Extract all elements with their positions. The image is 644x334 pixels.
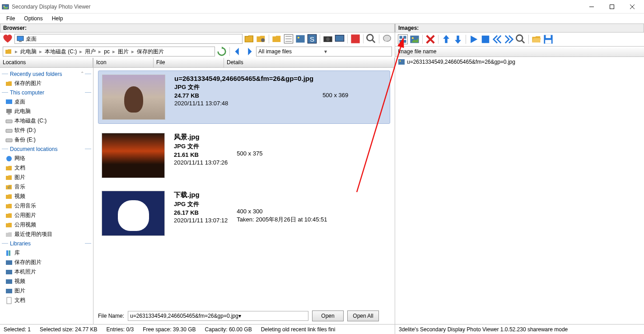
tree-item[interactable]: 公用图片 <box>0 211 93 220</box>
next-icon[interactable] <box>504 34 514 44</box>
filename-combo[interactable]: u=2631334549,246605465&fm=26&gp=0.jpg ▾ <box>128 311 308 321</box>
play-icon[interactable] <box>469 34 479 44</box>
color-picker-icon[interactable] <box>350 34 360 44</box>
tree-item[interactable]: 文档 <box>0 296 93 305</box>
svg-point-51 <box>400 61 401 62</box>
up-arrow-icon[interactable] <box>441 34 451 44</box>
bc-0[interactable]: 此电脑 <box>20 48 37 56</box>
svg-rect-19 <box>335 35 344 42</box>
tree-item[interactable]: 视频 <box>0 192 93 201</box>
image-view-icon[interactable] <box>410 34 420 44</box>
tree-item[interactable]: 网络 <box>0 154 93 163</box>
close-button[interactable] <box>622 0 642 13</box>
tree-item[interactable]: 桌面 <box>0 97 93 107</box>
file-item[interactable]: 风景.jpg JPG 文件 21.61 KB 2020/11/11 13:07:… <box>98 129 390 182</box>
bc-1[interactable]: 本地磁盘 (C:) <box>45 48 77 56</box>
refresh-icon[interactable] <box>217 47 227 56</box>
tree-item[interactable]: 音乐 <box>0 182 93 192</box>
message-icon[interactable] <box>382 34 392 44</box>
group-recent[interactable]: Recently used folders⌃ <box>0 70 93 79</box>
down-arrow-icon[interactable] <box>453 34 463 44</box>
bc-5[interactable]: 保存的图片 <box>137 48 164 56</box>
file-item[interactable]: 下载.jpg JPG 文件 26.17 KB 2020/11/11 13:07:… <box>98 187 390 240</box>
group-computer[interactable]: This computer <box>0 88 93 97</box>
svg-rect-49 <box>545 40 551 43</box>
locations-header[interactable]: Locations <box>0 58 93 67</box>
status-selected-size: Selected size: 24.77 KB <box>40 326 97 333</box>
image-list-item[interactable]: u=2631334549,246605465&fm=26&gp=0.jpg <box>398 58 641 66</box>
prev-icon[interactable] <box>492 34 502 44</box>
file-content: Icon File Details u=2631334549,246605465… <box>93 58 395 324</box>
save-icon[interactable] <box>543 34 553 44</box>
folder-open-icon[interactable] <box>244 34 254 44</box>
status-capacity: Capacity: 60.00 GB <box>205 326 252 333</box>
image-file-name-header[interactable]: Image file name <box>395 46 644 57</box>
tree-item[interactable]: 库 <box>0 248 93 258</box>
svg-rect-20 <box>351 34 359 43</box>
statusbar: Selected: 1 Selected size: 24.77 KB Entr… <box>0 324 395 334</box>
folder-options-icon[interactable] <box>256 34 266 44</box>
tree-item[interactable]: 视频 <box>0 277 93 286</box>
tree-item[interactable]: 公用视频 <box>0 220 93 230</box>
status-free: Free space: 39.30 GB <box>143 326 196 333</box>
select-icon[interactable]: S <box>307 34 317 44</box>
zoom-icon[interactable] <box>366 34 376 44</box>
maximize-button[interactable] <box>602 0 622 13</box>
tree-item[interactable]: 文档 <box>0 163 93 173</box>
filename-row: File Name: u=2631334549,246605465&fm=26&… <box>93 308 395 324</box>
tree-item[interactable]: 最近使用的项目 <box>0 230 93 239</box>
svg-rect-41 <box>403 40 406 42</box>
svg-rect-33 <box>6 260 12 265</box>
folder-open-images-icon[interactable] <box>532 34 541 44</box>
thumbnails-icon[interactable] <box>398 34 408 44</box>
tree-item[interactable]: 图片 <box>0 286 93 296</box>
svg-point-14 <box>298 37 299 38</box>
col-details[interactable]: Details <box>224 58 395 67</box>
tree: Recently used folders⌃ 保存的图片 This comput… <box>0 68 93 307</box>
menu-help[interactable]: Help <box>48 14 67 23</box>
forward-icon[interactable] <box>244 47 254 56</box>
screen-icon[interactable] <box>335 34 345 44</box>
file-filter-combo[interactable]: All image files ▾ <box>256 47 392 56</box>
minimize-button[interactable] <box>581 0 602 13</box>
list-view-icon[interactable] <box>284 34 294 44</box>
group-documents[interactable]: Document locations <box>0 145 93 154</box>
file-date: 2020/11/11 13:07:12 <box>174 217 228 224</box>
tree-item[interactable]: 本机照片 <box>0 267 93 277</box>
tree-item[interactable]: 本地磁盘 (C:) <box>0 116 93 126</box>
bc-3[interactable]: pc <box>104 48 110 55</box>
open-all-button[interactable]: Open All <box>347 310 379 321</box>
file-item[interactable]: u=2631334549,246605465&fm=26&gp=0.jpg JP… <box>98 71 390 124</box>
file-type: JPG 文件 <box>174 200 228 208</box>
tree-item[interactable]: 备份 (E:) <box>0 135 93 145</box>
open-button[interactable]: Open <box>312 310 344 321</box>
tree-item[interactable]: 保存的图片 <box>0 258 93 267</box>
file-type: JPG 文件 <box>174 142 228 151</box>
picture-icon[interactable] <box>295 34 305 44</box>
folder-plus-icon[interactable] <box>272 34 282 44</box>
svg-rect-6 <box>17 36 23 41</box>
svg-rect-39 <box>403 36 406 39</box>
tree-item[interactable]: 公用音乐 <box>0 201 93 211</box>
back-icon[interactable] <box>233 47 243 56</box>
tree-item[interactable]: 图片 <box>0 173 93 182</box>
bc-4[interactable]: 图片 <box>118 48 129 56</box>
tree-item[interactable]: 软件 (D:) <box>0 126 93 135</box>
favorite-icon[interactable] <box>3 34 13 44</box>
stop-icon[interactable] <box>481 34 490 44</box>
group-libraries[interactable]: Libraries <box>0 239 93 248</box>
tree-item[interactable]: 此电脑 <box>0 107 93 116</box>
menu-file[interactable]: File <box>3 14 19 23</box>
svg-rect-26 <box>8 113 10 114</box>
bc-2[interactable]: 用户 <box>85 48 96 56</box>
menu-options[interactable]: Options <box>20 14 46 23</box>
camera-icon[interactable] <box>323 34 333 44</box>
svg-rect-32 <box>9 250 10 256</box>
location-combo[interactable]: 桌面 <box>14 34 243 44</box>
delete-icon[interactable] <box>425 34 435 44</box>
zoom-images-icon[interactable] <box>516 34 526 44</box>
col-file[interactable]: File <box>154 58 224 67</box>
tree-item[interactable]: 保存的图片 <box>0 79 93 88</box>
col-icon[interactable]: Icon <box>93 58 154 67</box>
breadcrumb[interactable]: ▸此电脑 ▸本地磁盘 (C:) ▸用户 ▸pc ▸图片 ▸保存的图片 <box>3 47 215 56</box>
